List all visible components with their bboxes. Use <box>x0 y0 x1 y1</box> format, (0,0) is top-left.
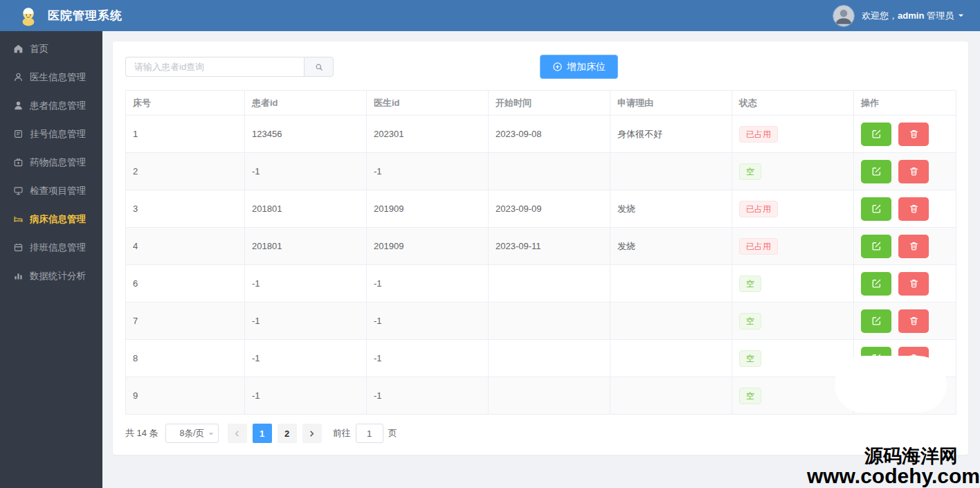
sidebar-item-药物信息管理[interactable]: 药物信息管理 <box>0 148 102 177</box>
chevron-left-icon <box>233 430 241 437</box>
edit-button[interactable] <box>861 309 891 333</box>
sidebar-item-医生信息管理[interactable]: 医生信息管理 <box>0 63 102 91</box>
status-badge: 空 <box>739 350 761 367</box>
column-header: 操作 <box>854 91 956 116</box>
prev-page-button[interactable] <box>228 424 247 443</box>
page-button-1[interactable]: 1 <box>253 424 272 443</box>
app-header: 医院管理系统 欢迎您，admin 管理员 <box>0 0 980 31</box>
delete-button[interactable] <box>898 309 929 333</box>
cell-doctor_id: -1 <box>367 153 489 190</box>
sidebar-item-label: 排班信息管理 <box>30 242 86 254</box>
page-size-label: 8条/页 <box>179 428 203 440</box>
cell-start_time <box>489 377 610 415</box>
cell-reason: 身体很不好 <box>610 116 732 153</box>
sidebar-item-数据统计分析[interactable]: 数据统计分析 <box>0 262 102 290</box>
cell-bed: 6 <box>126 265 245 302</box>
cell-doctor_id: -1 <box>367 377 489 415</box>
chevron-down-icon[interactable] <box>957 12 965 19</box>
cell-patient_id: -1 <box>245 265 367 302</box>
cell-status: 空 <box>732 153 854 190</box>
delete-icon <box>909 241 919 251</box>
sidebar: 首页 医生信息管理 患者信息管理 挂号信息管理 药物信息管理 检查项目管理 病床… <box>0 31 102 488</box>
page-size-select[interactable]: 8条/页 <box>165 424 219 443</box>
edit-icon <box>871 166 882 177</box>
sidebar-item-病床信息管理[interactable]: 病床信息管理 <box>0 205 102 233</box>
user-role: 管理员 <box>927 10 954 21</box>
search-icon <box>314 62 324 72</box>
delete-icon <box>909 166 919 177</box>
cell-bed: 3 <box>126 190 245 228</box>
cell-patient_id: -1 <box>245 377 367 415</box>
medicine-icon <box>13 157 24 168</box>
add-bed-button[interactable]: 增加床位 <box>540 55 618 79</box>
home-icon <box>13 44 24 54</box>
cell-status: 已占用 <box>732 228 854 265</box>
doctor-icon <box>13 72 24 82</box>
delete-button[interactable] <box>898 197 929 221</box>
cell-bed: 9 <box>126 377 245 415</box>
user-menu[interactable]: 欢迎您，admin 管理员 <box>833 5 965 27</box>
sidebar-item-label: 药物信息管理 <box>30 156 86 169</box>
cell-reason <box>610 302 732 340</box>
goto-suffix: 页 <box>388 427 397 440</box>
welcome-text: 欢迎您，admin 管理员 <box>862 10 954 22</box>
page-button-2[interactable]: 2 <box>278 424 297 443</box>
table-row: 2-1-1空 <box>126 153 956 190</box>
column-header: 开始时间 <box>489 91 610 116</box>
status-badge: 空 <box>739 275 761 292</box>
sidebar-item-患者信息管理[interactable]: 患者信息管理 <box>0 91 102 120</box>
plus-circle-icon <box>552 62 563 72</box>
status-badge: 已占用 <box>739 238 778 255</box>
delete-button[interactable] <box>898 123 929 146</box>
edit-icon <box>871 129 882 139</box>
app-title: 医院管理系统 <box>48 8 122 24</box>
sidebar-item-排班信息管理[interactable]: 排班信息管理 <box>0 233 102 262</box>
delete-button[interactable] <box>898 235 929 258</box>
delete-button[interactable] <box>898 272 929 296</box>
column-header: 申请理由 <box>610 91 732 116</box>
cell-start_time: 2023-09-11 <box>489 228 610 265</box>
cell-patient_id: -1 <box>245 340 367 377</box>
goto-page-input[interactable] <box>356 424 383 443</box>
table-header-row: 床号患者id医生id开始时间申请理由状态操作 <box>126 91 956 116</box>
search-button[interactable] <box>304 57 334 77</box>
table-row: 7-1-1空 <box>126 302 956 340</box>
sidebar-item-首页[interactable]: 首页 <box>0 35 102 63</box>
cell-actions <box>854 190 956 228</box>
table-row: 11234562023012023-09-08身体很不好已占用 <box>126 116 956 153</box>
search-input[interactable] <box>125 57 304 77</box>
table-row: 9-1-1空 <box>126 377 956 415</box>
main-content: 增加床位 床号患者id医生id开始时间申请理由状态操作 112345620230… <box>102 31 980 488</box>
bed-icon <box>13 214 24 224</box>
cell-actions <box>854 265 956 302</box>
edit-button[interactable] <box>861 272 891 296</box>
edit-button[interactable] <box>861 160 891 183</box>
edit-button[interactable] <box>861 235 891 258</box>
edit-button[interactable] <box>861 123 891 146</box>
sidebar-item-label: 挂号信息管理 <box>30 128 86 141</box>
cell-reason: 发烧 <box>610 190 732 228</box>
delete-button[interactable] <box>898 160 929 183</box>
cell-bed: 7 <box>126 302 245 340</box>
cell-start_time <box>489 302 610 340</box>
user-avatar[interactable] <box>833 5 855 27</box>
table-row: 32018012019092023-09-09发烧已占用 <box>126 190 956 228</box>
status-badge: 空 <box>739 313 761 329</box>
cell-status: 空 <box>732 265 854 302</box>
cell-start_time: 2023-09-09 <box>489 190 610 228</box>
username: admin <box>898 10 924 21</box>
sidebar-item-检查项目管理[interactable]: 检查项目管理 <box>0 177 102 205</box>
edit-button[interactable] <box>861 197 891 221</box>
cell-status: 已占用 <box>732 190 854 228</box>
next-page-button[interactable] <box>302 424 322 443</box>
sidebar-item-挂号信息管理[interactable]: 挂号信息管理 <box>0 120 102 148</box>
cell-bed: 2 <box>126 153 245 190</box>
cell-start_time: 2023-09-08 <box>489 116 610 153</box>
table-row: 42018012019092023-09-11发烧已占用 <box>126 228 956 265</box>
watermark-line1: 源码海洋网 <box>807 447 980 467</box>
status-badge: 空 <box>739 388 761 404</box>
cell-reason <box>610 340 732 377</box>
delete-icon <box>909 316 919 326</box>
sidebar-item-label: 检查项目管理 <box>30 185 86 197</box>
stats-icon <box>13 271 24 281</box>
